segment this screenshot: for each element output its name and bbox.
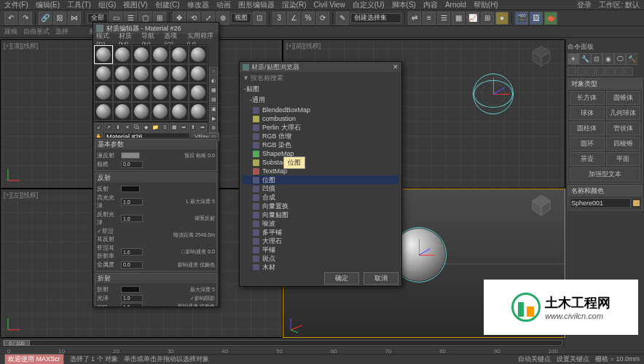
setkey-button[interactable]: 设置关键点: [557, 355, 589, 364]
render-frame-icon[interactable]: 🖼: [530, 12, 543, 25]
btn-tube[interactable]: 管状体: [606, 122, 641, 135]
background-icon[interactable]: ▦: [209, 86, 218, 95]
param-spinner[interactable]: 1.0: [121, 198, 143, 205]
material-slot[interactable]: [189, 45, 208, 64]
named-selection-dropdown[interactable]: 创建选择集: [350, 13, 401, 23]
menu-modifiers[interactable]: 修改器: [187, 0, 209, 10]
menu-view[interactable]: 视图(V): [123, 0, 147, 10]
ribbon-tab-selection[interactable]: 选择: [55, 27, 68, 36]
btn-textplus[interactable]: 加强型文本: [570, 167, 640, 181]
show-end-icon[interactable]: ➡: [179, 123, 188, 132]
rollout-basic-params[interactable]: 基本参数: [95, 140, 216, 149]
param-spinner[interactable]: 1.0: [121, 215, 143, 222]
rollout-refraction[interactable]: 折射: [95, 274, 216, 283]
material-slot[interactable]: [132, 83, 151, 102]
browser-item[interactable]: Perlin 大理石: [243, 123, 398, 132]
object-color-swatch[interactable]: [632, 199, 640, 207]
rollout-header[interactable]: 名称和颜色: [568, 186, 642, 197]
sphere-wireframe[interactable]: [473, 74, 514, 114]
material-slot[interactable]: [151, 64, 170, 83]
menu-customize[interactable]: 自定义(U): [353, 0, 385, 10]
viewcube-icon[interactable]: [528, 43, 554, 69]
go-sibling-icon[interactable]: ➡: [198, 123, 207, 132]
viewcube-icon[interactable]: [528, 192, 554, 218]
undo-icon[interactable]: ↶: [4, 12, 17, 25]
menu-tools[interactable]: 工具(T): [67, 0, 91, 10]
subtab-shapes-icon[interactable]: [577, 67, 586, 76]
menu-group[interactable]: 组(G): [98, 0, 116, 10]
options-icon[interactable]: ⚙: [209, 124, 218, 132]
material-slot[interactable]: [132, 45, 151, 64]
mirror-icon[interactable]: ⇄: [408, 12, 421, 25]
btn-cone[interactable]: 圆锥体: [606, 91, 641, 105]
sample-uv-icon[interactable]: ▤: [209, 95, 218, 104]
btn-box[interactable]: 长方体: [570, 91, 605, 105]
ribbon-tab-modeling[interactable]: 建模: [4, 27, 17, 36]
browser-item[interactable]: 凹痕: [243, 184, 398, 193]
viewport-label-top[interactable]: [+][顶][线框]: [4, 41, 38, 51]
ref-coord-dropdown[interactable]: 视图: [231, 13, 251, 23]
percent-snap-icon[interactable]: %: [302, 12, 315, 25]
browser-search-row[interactable]: ▼ 按名称搜索: [240, 72, 401, 84]
subtab-helpers-icon[interactable]: [605, 67, 614, 76]
btn-torus[interactable]: 圆环: [570, 137, 605, 151]
tab-motion-icon[interactable]: ◉: [602, 53, 614, 65]
material-id-icon[interactable]: 0: [160, 123, 169, 132]
sample-type-icon[interactable]: ○: [209, 67, 218, 76]
param-spinner[interactable]: 1.0: [121, 295, 143, 302]
param-swatch[interactable]: [121, 186, 140, 192]
menu-graph-editors[interactable]: 图形编辑器: [238, 0, 275, 10]
browser-item[interactable]: ShapeMap: [243, 149, 398, 158]
close-icon[interactable]: ✕: [393, 63, 398, 71]
material-slot[interactable]: [113, 102, 132, 121]
link-icon[interactable]: 🔗: [39, 12, 52, 25]
put-to-scene-icon[interactable]: ↗: [104, 123, 113, 132]
browser-item[interactable]: RGB 染色: [243, 141, 398, 149]
backlight-icon[interactable]: ◐: [209, 76, 218, 85]
menu-scripting[interactable]: 脚本(S): [392, 0, 416, 10]
subtab-systems-icon[interactable]: [624, 67, 633, 76]
menu-arnold[interactable]: Arnold: [445, 1, 466, 9]
tab-modify-icon[interactable]: 🔧: [579, 53, 591, 65]
preview-icon[interactable]: ▶: [209, 114, 218, 123]
video-check-icon[interactable]: ▣: [209, 105, 218, 114]
spinner-snap-icon[interactable]: ⟳: [316, 12, 329, 25]
subtab-geometry-icon[interactable]: [568, 67, 576, 76]
material-slot[interactable]: [151, 83, 170, 102]
bind-icon[interactable]: ⋈: [68, 12, 81, 25]
material-slot[interactable]: [151, 102, 170, 121]
material-slot[interactable]: [151, 45, 170, 64]
cancel-button[interactable]: 取消: [364, 272, 398, 285]
menu-render[interactable]: 渲染(R): [282, 0, 307, 10]
btn-sphere[interactable]: 球体: [570, 106, 605, 120]
material-slot[interactable]: [132, 64, 151, 83]
time-slider-thumb[interactable]: 0 / 100: [4, 340, 30, 346]
material-slot[interactable]: [94, 45, 113, 64]
browser-list[interactable]: -贴图 -通用 BlendedBoxMapcombustionPerlin 大理…: [240, 84, 401, 270]
material-slot[interactable]: [170, 83, 189, 102]
param-spinner[interactable]: 1.6: [121, 303, 143, 306]
browser-item[interactable]: TextMap: [243, 167, 398, 175]
btn-teapot[interactable]: 茶壶: [570, 152, 605, 166]
curve-editor-icon[interactable]: 📈: [466, 12, 479, 25]
tab-hierarchy-icon[interactable]: ⊟: [591, 53, 602, 65]
rollout-reflection[interactable]: 反射: [95, 173, 216, 183]
make-unique-icon[interactable]: ◆: [142, 123, 151, 132]
tab-display-icon[interactable]: 🖵: [614, 53, 626, 65]
login-link[interactable]: 登录: [577, 0, 592, 10]
param-spinner[interactable]: 0.0: [121, 261, 143, 269]
tab-utilities-icon[interactable]: 🔨: [626, 53, 637, 65]
subtab-space-warps-icon[interactable]: [615, 67, 624, 76]
diffuse-swatch[interactable]: [121, 152, 140, 159]
object-name-input[interactable]: [570, 198, 631, 208]
layer-icon[interactable]: ☰: [437, 12, 450, 25]
material-slot[interactable]: [94, 64, 113, 83]
snap-toggle-icon[interactable]: 3: [272, 12, 286, 25]
param-swatch[interactable]: [121, 286, 140, 293]
browser-item[interactable]: 位图: [243, 175, 398, 184]
material-slot[interactable]: [113, 83, 132, 102]
browser-item[interactable]: 平铺: [243, 245, 398, 254]
menu-civil-view[interactable]: Civil View: [313, 1, 345, 9]
browser-item[interactable]: 木材: [243, 263, 398, 270]
viewport-label-left[interactable]: [+][左][线框]: [4, 191, 38, 200]
